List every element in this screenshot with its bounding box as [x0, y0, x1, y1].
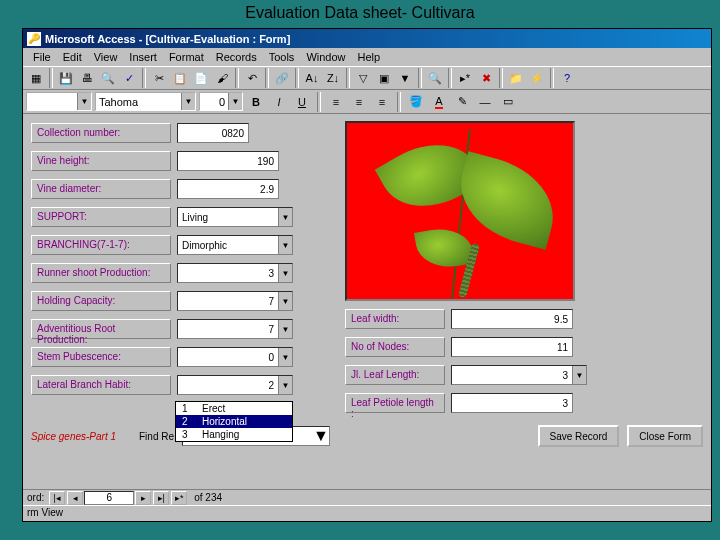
new-record-nav-icon[interactable]: ▸* [171, 491, 187, 505]
record-navigator: ord: |◂ ◂ ▸ ▸| ▸* of 234 [23, 489, 711, 505]
record-count: of 234 [194, 492, 222, 503]
fill-color-icon[interactable]: 🪣 [406, 92, 426, 112]
field-input[interactable] [451, 393, 573, 413]
first-record-icon[interactable]: |◂ [49, 491, 65, 505]
titlebar: 🔑 Microsoft Access - [Cultivar-Evaluatio… [23, 29, 711, 48]
field-label: Vine diameter: [31, 179, 171, 199]
chevron-down-icon[interactable]: ▼ [278, 264, 292, 282]
undo-icon[interactable]: ↶ [242, 68, 262, 88]
chevron-down-icon[interactable]: ▼ [278, 376, 292, 394]
menu-format[interactable]: Format [163, 49, 210, 65]
form-footer: Spice genes-Part 1 Find Re ▼ Save Record… [31, 423, 703, 449]
menu-help[interactable]: Help [352, 49, 387, 65]
field-input[interactable]: ▼ [177, 263, 293, 283]
save-record-button[interactable]: Save Record [538, 425, 620, 447]
dropdown-option[interactable]: 1Erect [176, 402, 292, 415]
filter-selection-icon[interactable]: ▽ [353, 68, 373, 88]
line-color-icon[interactable]: ✎ [452, 92, 472, 112]
lateral-branch-dropdown[interactable]: 1Erect2Horizontal3Hanging [175, 401, 293, 442]
filter-form-icon[interactable]: ▣ [374, 68, 394, 88]
font-color-icon[interactable]: A [429, 92, 449, 112]
preview-icon[interactable]: 🔍 [98, 68, 118, 88]
format-painter-icon[interactable]: 🖌 [212, 68, 232, 88]
field-label: BRANCHING(7-1-7): [31, 235, 171, 255]
form-body: Collection number: Vine height: Vine dia… [23, 115, 711, 489]
dropdown-option[interactable]: 3Hanging [176, 428, 292, 441]
menu-file[interactable]: File [27, 49, 57, 65]
last-record-icon[interactable]: ▸| [153, 491, 169, 505]
dropdown-option[interactable]: 2Horizontal [176, 415, 292, 428]
view-icon[interactable]: ▦ [26, 68, 46, 88]
save-icon[interactable]: 💾 [56, 68, 76, 88]
close-form-button[interactable]: Close Form [627, 425, 703, 447]
object-combo[interactable]: ▼ [26, 92, 92, 111]
chevron-down-icon[interactable]: ▼ [278, 236, 292, 254]
field-label: Leaf Petiole length : [345, 393, 445, 413]
field-input[interactable] [177, 123, 249, 143]
new-record-icon[interactable]: ▸* [455, 68, 475, 88]
menubar[interactable]: File Edit View Insert Format Records Too… [23, 48, 711, 66]
copy-icon[interactable]: 📋 [170, 68, 190, 88]
new-object-icon[interactable]: ⚡ [527, 68, 547, 88]
field-input[interactable]: ▼ [177, 375, 293, 395]
line-width-icon[interactable]: ― [475, 92, 495, 112]
plant-image [345, 121, 575, 301]
chevron-down-icon[interactable]: ▼ [228, 93, 242, 110]
sort-desc-icon[interactable]: Z↓ [323, 68, 343, 88]
menu-view[interactable]: View [88, 49, 124, 65]
menu-insert[interactable]: Insert [123, 49, 163, 65]
chevron-down-icon[interactable]: ▼ [572, 366, 586, 384]
field-label: Adventitious Root Production: [31, 319, 171, 339]
chevron-down-icon[interactable]: ▼ [278, 320, 292, 338]
chevron-down-icon[interactable]: ▼ [278, 348, 292, 366]
menu-tools[interactable]: Tools [263, 49, 301, 65]
field-label: No of Nodes: [345, 337, 445, 357]
field-label: Holding Capacity: [31, 291, 171, 311]
underline-icon[interactable]: U [292, 92, 312, 112]
menu-records[interactable]: Records [210, 49, 263, 65]
field-label: Runner shoot Production: [31, 263, 171, 283]
field-input[interactable]: ▼ [177, 291, 293, 311]
field-input[interactable] [451, 337, 573, 357]
find-icon[interactable]: 🔍 [425, 68, 445, 88]
field-input[interactable] [177, 179, 279, 199]
record-number-field[interactable] [84, 491, 134, 505]
field-input[interactable]: ▼ [177, 235, 293, 255]
field-input[interactable]: ▼ [177, 347, 293, 367]
bold-icon[interactable]: B [246, 92, 266, 112]
size-combo[interactable]: ▼ [199, 92, 243, 111]
chevron-down-icon[interactable]: ▼ [278, 208, 292, 226]
special-effect-icon[interactable]: ▭ [498, 92, 518, 112]
chevron-down-icon[interactable]: ▼ [313, 427, 329, 445]
apply-filter-icon[interactable]: ▼ [395, 68, 415, 88]
delete-record-icon[interactable]: ✖ [476, 68, 496, 88]
status-bar: rm View [23, 505, 711, 521]
chevron-down-icon[interactable]: ▼ [278, 292, 292, 310]
chevron-down-icon[interactable]: ▼ [181, 93, 195, 110]
record-label: ord: [27, 492, 44, 503]
chevron-down-icon[interactable]: ▼ [77, 93, 91, 110]
menu-edit[interactable]: Edit [57, 49, 88, 65]
field-input[interactable] [451, 309, 573, 329]
print-icon[interactable]: 🖶 [77, 68, 97, 88]
menu-window[interactable]: Window [300, 49, 351, 65]
db-window-icon[interactable]: 📁 [506, 68, 526, 88]
align-left-icon[interactable]: ≡ [326, 92, 346, 112]
link-icon[interactable]: 🔗 [272, 68, 292, 88]
sort-asc-icon[interactable]: A↓ [302, 68, 322, 88]
align-right-icon[interactable]: ≡ [372, 92, 392, 112]
field-input[interactable]: ▼ [177, 207, 293, 227]
font-combo[interactable]: ▼ [95, 92, 196, 111]
field-input[interactable]: ▼ [177, 319, 293, 339]
field-input[interactable]: ▼ [451, 365, 587, 385]
field-label: Stem Pubescence: [31, 347, 171, 367]
spell-icon[interactable]: ✓ [119, 68, 139, 88]
field-input[interactable] [177, 151, 279, 171]
cut-icon[interactable]: ✂ [149, 68, 169, 88]
italic-icon[interactable]: I [269, 92, 289, 112]
help-icon[interactable]: ? [557, 68, 577, 88]
prev-record-icon[interactable]: ◂ [67, 491, 83, 505]
next-record-icon[interactable]: ▸ [135, 491, 151, 505]
paste-icon[interactable]: 📄 [191, 68, 211, 88]
align-center-icon[interactable]: ≡ [349, 92, 369, 112]
